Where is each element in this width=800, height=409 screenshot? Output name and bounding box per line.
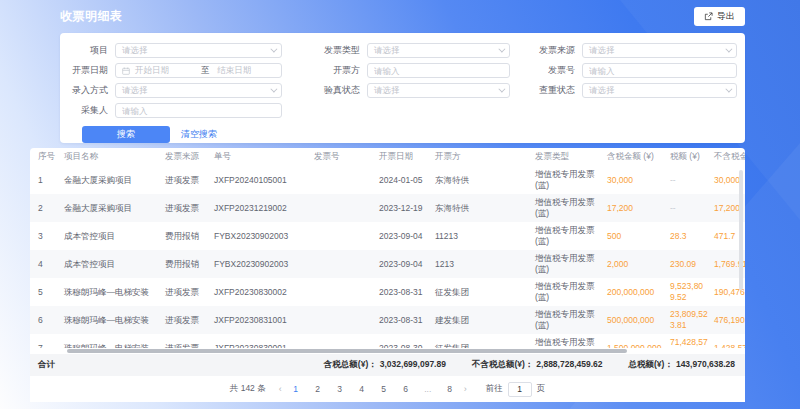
search-button[interactable]: 搜索 — [82, 126, 170, 143]
entry-method-filter-label: 录入方式 — [60, 84, 115, 97]
collector-input[interactable] — [115, 103, 282, 118]
cell-issuer: 建发集团 — [433, 306, 533, 334]
cell-order_no: FYBX20230902003 — [212, 222, 312, 250]
table-header-row: 序号项目名称发票来源单号发票号开票日期开票方发票类型含税金额 (¥)税额 (¥)… — [30, 148, 745, 166]
cell-amount_incl: 500 — [605, 222, 668, 250]
cell-order_no: JXFP20230831001 — [212, 306, 312, 334]
column-header: 单号 — [212, 148, 312, 166]
page-number[interactable]: 4 — [357, 384, 367, 394]
cell-source: 进项发票 — [163, 194, 212, 222]
horizontal-scrollbar[interactable] — [67, 349, 627, 353]
export-button-label: 导出 — [717, 10, 735, 23]
cell-tax: 28.3 — [668, 222, 712, 250]
invoice-type-filter-label: 发票类型 — [282, 44, 367, 57]
table-row: 4成本管控项目费用报销FYBX202309020032023-09-041213… — [30, 250, 745, 278]
next-page-icon[interactable]: › — [464, 384, 467, 394]
cell-date: 2023-09-04 — [377, 250, 433, 278]
cell-project: 成本管控项目 — [62, 250, 163, 278]
chevron-down-icon — [725, 46, 732, 53]
dedup-status-select[interactable]: 请选择 — [582, 83, 737, 98]
cell-project: 珠穆朗玛峰—电梯安装 — [62, 278, 163, 306]
page-header: 收票明细表 导出 — [60, 7, 745, 26]
verify-status-select[interactable]: 请选择 — [367, 83, 510, 98]
cell-invoice_no — [312, 306, 377, 334]
cell-tax: 23,809,523.81 — [668, 306, 712, 334]
total-incl-tax-value: 3,032,699,097.89 — [380, 359, 446, 371]
project-filter-label: 项目 — [60, 44, 115, 57]
project-select[interactable]: 请选择 — [115, 43, 282, 58]
page-number[interactable]: 6 — [401, 384, 411, 394]
cell-amount_incl: 30,000 — [605, 166, 668, 194]
cell-project: 成本管控项目 — [62, 222, 163, 250]
total-excl-tax-value: 2,888,728,459.62 — [536, 359, 602, 371]
total-excl-tax-label: 不含税总额(¥)： — [472, 359, 533, 371]
cell-project: 珠穆朗玛峰—电梯安装 — [62, 306, 163, 334]
cell-order_no: JXFP20230830001 — [212, 334, 312, 348]
issuer-input[interactable] — [367, 63, 510, 78]
table-row: 1金融大厦采购项目进项发票JXFP202401050012024-01-05东海… — [30, 166, 745, 194]
project-select-placeholder: 请选择 — [122, 45, 270, 57]
cell-amount_excl: 1,428,571,428.57 — [712, 334, 745, 348]
cell-source: 进项发票 — [163, 166, 212, 194]
cell-type: 增值税专用发票(蓝) — [533, 166, 605, 194]
cell-invoice_no — [312, 250, 377, 278]
cell-tax: -- — [668, 194, 712, 222]
page-number[interactable]: 8 — [445, 384, 455, 394]
cell-tax: -- — [668, 166, 712, 194]
summary-label: 合计 — [38, 359, 55, 371]
page-number[interactable]: 2 — [313, 384, 323, 394]
cell-issuer: 征发集团 — [433, 334, 533, 348]
cell-no: 7 — [30, 334, 62, 348]
total-tax-value: 143,970,638.28 — [676, 359, 735, 371]
table-row: 3成本管控项目费用报销FYBX202309020032023-09-041121… — [30, 222, 745, 250]
page-number[interactable]: 3 — [335, 384, 345, 394]
clear-search-link[interactable]: 清空搜索 — [181, 128, 217, 141]
cell-tax: 230.09 — [668, 250, 712, 278]
cell-amount_incl: 2,000 — [605, 250, 668, 278]
cell-amount_incl: 200,000,000 — [605, 278, 668, 306]
cell-no: 6 — [30, 306, 62, 334]
collector-filter-label: 采集人 — [60, 104, 115, 117]
cell-invoice_no — [312, 222, 377, 250]
cell-amount_incl: 17,200 — [605, 194, 668, 222]
page-number[interactable]: 5 — [379, 384, 389, 394]
summary-row: 合计 含税总额(¥)： 3,032,699,097.89 不含税总额(¥)： 2… — [30, 354, 745, 376]
cell-no: 2 — [30, 194, 62, 222]
vertical-scrollbar[interactable] — [739, 170, 743, 290]
cell-amount_excl: 476,190,476.19 — [712, 306, 745, 334]
cell-date: 2024-01-05 — [377, 166, 433, 194]
cell-amount_incl: 500,000,000 — [605, 306, 668, 334]
chevron-down-icon — [270, 46, 277, 53]
page-jump-input[interactable] — [508, 382, 532, 397]
invoice-type-select[interactable]: 请选择 — [367, 43, 510, 58]
entry-method-select[interactable]: 请选择 — [115, 83, 282, 98]
cell-project: 珠穆朗玛峰—电梯安装 — [62, 334, 163, 348]
pagination-pages: 123456...8 — [291, 384, 455, 394]
invoice-no-input[interactable] — [582, 63, 737, 78]
cell-order_no: FYBX20230902003 — [212, 250, 312, 278]
invoice-source-select-placeholder: 请选择 — [589, 45, 725, 57]
cell-amount_incl: 1,500,000,000 — [605, 334, 668, 348]
invoice-date-range-picker[interactable]: 开始日期 至 结束日期 — [115, 63, 282, 78]
invoice-source-select[interactable]: 请选择 — [582, 43, 737, 58]
cell-issuer: 征发集团 — [433, 278, 533, 306]
invoice-table-card: 序号项目名称发票来源单号发票号开票日期开票方发票类型含税金额 (¥)税额 (¥)… — [30, 148, 745, 402]
invoice-table: 序号项目名称发票来源单号发票号开票日期开票方发票类型含税金额 (¥)税额 (¥)… — [30, 148, 745, 348]
export-button[interactable]: 导出 — [694, 7, 745, 26]
prev-page-icon[interactable]: ‹ — [279, 384, 282, 394]
page-number[interactable]: 1 — [291, 384, 301, 394]
cell-issuer: 东海特供 — [433, 166, 533, 194]
date-range-separator: 至 — [193, 65, 218, 77]
invoice-type-select-placeholder: 请选择 — [374, 45, 498, 57]
cell-no: 4 — [30, 250, 62, 278]
table-body: 1金融大厦采购项目进项发票JXFP202401050012024-01-05东海… — [30, 166, 745, 348]
column-header: 开票方 — [433, 148, 533, 166]
cell-source: 进项发票 — [163, 334, 212, 348]
cell-type: 增值税专用发票(蓝) — [533, 334, 605, 348]
invoice-no-filter-label: 发票号 — [510, 64, 582, 77]
cell-project: 金融大厦采购项目 — [62, 166, 163, 194]
cell-issuer: 1213 — [433, 250, 533, 278]
table-row: 2金融大厦采购项目进项发票JXFP202312190022023-12-19东海… — [30, 194, 745, 222]
column-header: 税额 (¥) — [668, 148, 712, 166]
cell-no: 3 — [30, 222, 62, 250]
